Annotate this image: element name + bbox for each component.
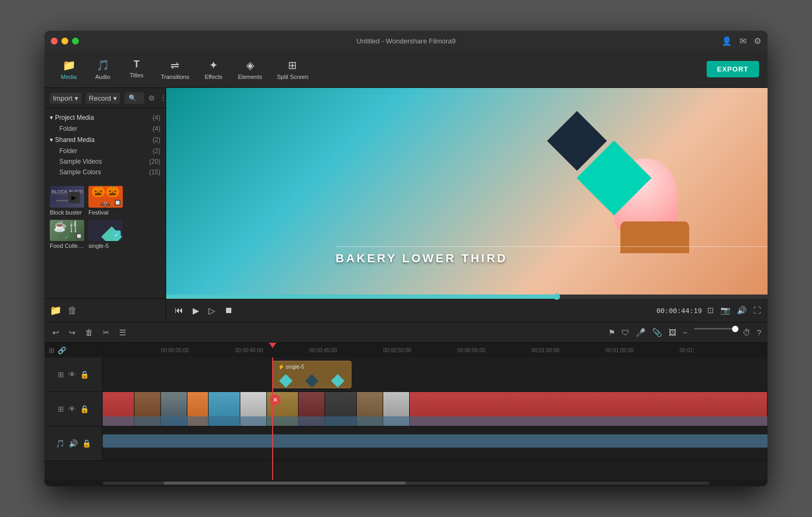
toolbar-item-transitions[interactable]: ⇌ Transitions [155,56,195,83]
volume-icon[interactable]: 🔊 [737,306,747,315]
pip-icon[interactable]: ⊡ [707,306,714,315]
media-label: Media [61,74,77,80]
transitions-label: Transitions [161,74,189,80]
clip-icon[interactable]: 📎 [652,328,662,337]
image-icon[interactable]: 🖼 [669,328,676,337]
splitscreen-icon: ⊞ [288,59,297,72]
clip-diamond-teal2 [331,374,345,387]
ruler-label-3: 00:00:50:00 [383,347,457,353]
project-folder-count: (4) [152,125,160,132]
left-panel: Import ▾ Record ▾ 🔍 ⚙ ⋮⋮ ▾ [44,88,166,322]
shield-icon[interactable]: 🛡 [621,328,629,337]
tl-right-tools: ⚑ 🛡 🎤 📎 🖼 − ⏱ ? [608,328,761,337]
overlay-track-controls: ⊞ 👁 🔒 [44,358,103,391]
toolbar: 📁 Media 🎵 Audio T Titles ⇌ Transitions ✦… [44,51,768,88]
help-icon[interactable]: ? [757,328,761,337]
import-chevron-icon: ▾ [75,94,78,102]
new-folder-icon[interactable]: 📁 [50,305,61,316]
settings-icon[interactable]: ⚙ [754,36,761,46]
sidebar-item-shared-folder[interactable]: Folder (2) [44,146,166,156]
media-icon: 📁 [62,59,76,72]
play-button[interactable]: ▶ [191,304,201,318]
eye-icon-2[interactable]: 👁 [68,405,76,413]
zoom-out-icon[interactable]: − [683,328,688,337]
undo-button[interactable]: ↩ [51,326,61,339]
delete-button[interactable]: 🗑 [84,326,95,338]
toolbar-item-elements[interactable]: ◈ Elements [231,56,268,83]
grid3-icon[interactable]: ⊞ [58,405,64,413]
zoom-slider[interactable] [694,328,736,329]
app-window: Untitled - Wondershare Filmora9 👤 ✉ ⚙ 📁 … [44,31,768,486]
ruler-label-2: 00:00:45:00 [309,347,383,353]
lock-icon[interactable]: 🔒 [80,370,89,379]
skip-back-button[interactable]: ⏮ [173,304,185,317]
video-track: ✕ [103,392,768,426]
flag-icon[interactable]: ⚑ [608,328,615,337]
maximize-button[interactable] [72,38,79,44]
ruler-label-0: 00:00:35:00 [161,347,235,353]
overlay-track: ⚡ single-5 [103,358,768,391]
record-button[interactable]: Record ▾ [86,93,120,104]
snapshot-icon[interactable]: 📷 [720,306,730,315]
toolbar-item-effects[interactable]: ✦ Effects [197,56,229,83]
eye-icon[interactable]: 👁 [68,370,76,379]
filter-icon[interactable]: ⚙ [148,94,155,102]
mic-icon[interactable]: 🎤 [636,328,646,337]
media-item-food[interactable]: ☕🍴 ✓ 🔲 Food Collection-2 [50,220,84,249]
main-area: Import ▾ Record ▾ 🔍 ⚙ ⋮⋮ ▾ [44,88,768,322]
sidebar-item-sample-videos[interactable]: Sample Videos (20) [44,156,166,167]
sidebar-tree: ▾ Project Media (4) Folder (4) ▾ Shared … [44,109,166,181]
stop-button[interactable]: ⏹ [222,304,235,317]
lock-icon-3[interactable]: 🔒 [82,439,91,448]
audio-track-controls: 🎵 🔊 🔒 [44,426,103,460]
festival-thumb: 🎃🎃 🦇 🔲 [88,186,123,208]
list-button[interactable]: ☰ [118,326,128,339]
audio-label: Audio [95,74,110,80]
close-button[interactable] [51,38,58,44]
progress-bar[interactable] [166,295,768,299]
audio-track [103,426,768,460]
sidebar-group-project-media[interactable]: ▾ Project Media (4) Folder (4) [44,112,166,134]
import-button[interactable]: Import ▾ [50,93,82,104]
track-resize-icon[interactable]: ⊞ [49,346,55,354]
audio-strip [103,434,768,448]
single5-thumb: ✓ [88,220,123,242]
ruler-label-5: 00:01:00:00 [531,347,606,353]
media-item-blockbuster[interactable]: BLOCK BUSTER ▬▬▬▬▬ ▶ Block buster [50,186,84,216]
grid2-icon[interactable]: ⊞ [58,370,64,379]
bakery-title: BAKERY LOWER THIRD [336,252,757,265]
zoom-in-icon[interactable]: ⏱ [743,328,751,337]
toolbar-item-media[interactable]: 📁 Media [53,56,85,83]
elements-label: Elements [238,74,262,80]
sidebar-group-shared-media[interactable]: ▾ Shared Media (2) Folder (2) Sample Vid… [44,134,166,177]
blockbuster-label: Block buster [50,209,84,216]
timeline-row-overlay: ⊞ 👁 🔒 ⚡ single-5 [44,358,768,392]
toolbar-item-splitscreen[interactable]: ⊞ Split Screen [270,56,314,83]
ruler-label-4: 00:00:55:00 [457,347,531,353]
toolbar-item-titles[interactable]: T Titles [121,56,152,83]
sidebar-item-project-folder[interactable]: Folder (4) [44,123,166,134]
scrollbar-thumb[interactable] [164,482,406,485]
timeline-scrollbar[interactable] [44,480,768,486]
lock-icon-2[interactable]: 🔒 [80,405,89,413]
redo-button[interactable]: ↪ [67,326,77,339]
cut-button[interactable]: ✂ [101,326,111,339]
fullscreen-icon[interactable]: ⛶ [753,306,761,315]
media-item-single5[interactable]: ✓ single-5 [88,220,123,249]
delete-folder-icon[interactable]: 🗑 [68,305,77,316]
sidebar-item-sample-colors[interactable]: Sample Colors (15) [44,167,166,177]
minimize-button[interactable] [61,38,68,44]
music-icon[interactable]: 🎵 [56,439,65,448]
export-button[interactable]: EXPORT [707,61,759,77]
volume-icon-2[interactable]: 🔊 [69,439,78,448]
shared-folder-label: Folder [59,147,77,155]
overlay-clip-single5[interactable]: ⚡ single-5 [272,361,351,388]
timeline-area: ↩ ↪ 🗑 ✂ ☰ ⚑ 🛡 🎤 📎 🖼 − ⏱ ? ⊞ 🔗 [44,322,768,486]
scrollbar-track[interactable] [103,482,709,485]
toolbar-item-audio[interactable]: 🎵 Audio [87,56,119,83]
media-item-festival[interactable]: 🎃🎃 🦇 🔲 Festival [88,186,123,216]
user-icon[interactable]: 👤 [721,36,732,46]
link-icon[interactable]: 🔗 [58,346,66,354]
play-forward-button[interactable]: ▷ [206,304,217,318]
mail-icon[interactable]: ✉ [739,36,746,46]
